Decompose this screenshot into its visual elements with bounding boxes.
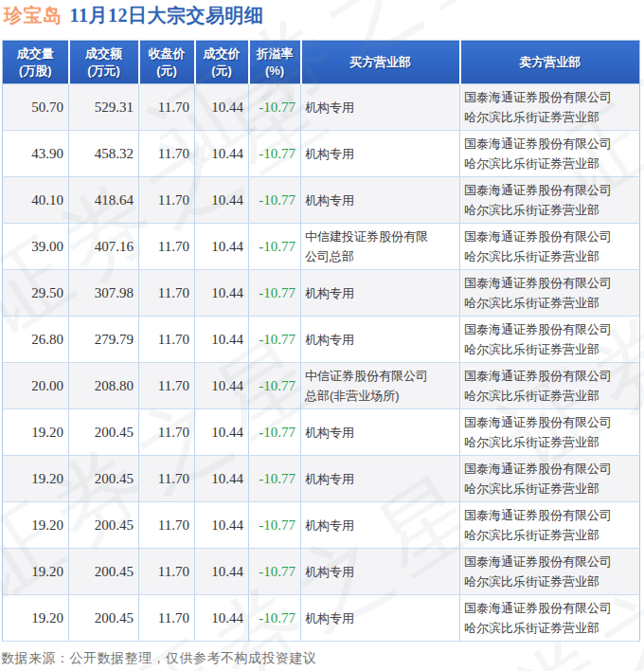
cell-volume: 19.20 [3, 502, 69, 549]
table-row: 43.90458.3211.7010.44-10.77机构专用国泰海通证券股份有… [3, 131, 640, 177]
cell-premium: -10.77 [249, 595, 301, 642]
cell-close: 11.70 [139, 595, 195, 642]
cell-price: 10.44 [195, 84, 249, 131]
cell-premium: -10.77 [249, 456, 301, 502]
cell-amount: 200.45 [69, 595, 139, 642]
cell-close: 11.70 [139, 84, 195, 131]
cell-premium: -10.77 [249, 363, 301, 409]
cell-price: 10.44 [195, 409, 249, 456]
cell-amount: 307.98 [69, 270, 139, 317]
header-cell-volume: 成交量 (万股) [3, 41, 69, 84]
table-row: 39.00407.1611.7010.44-10.77中信建投证券股份有限 公司… [3, 224, 640, 270]
cell-close: 11.70 [139, 270, 195, 317]
table-row: 40.10418.6411.7010.44-10.77机构专用国泰海通证券股份有… [3, 177, 640, 224]
cell-buyer: 机构专用 [301, 502, 460, 549]
cell-amount: 200.45 [69, 549, 139, 595]
cell-close: 11.70 [139, 177, 195, 224]
header-cell-buyer: 买方营业部 [301, 41, 460, 84]
cell-volume: 19.20 [3, 595, 69, 642]
table-row: 19.20200.4511.7010.44-10.77机构专用国泰海通证券股份有… [3, 595, 640, 642]
cell-seller: 国泰海通证券股份有限公司 哈尔滨比乐街证券营业部 [460, 131, 640, 177]
cell-premium: -10.77 [249, 502, 301, 549]
cell-buyer: 机构专用 [301, 409, 460, 456]
cell-premium: -10.77 [249, 224, 301, 270]
table-row: 19.20200.4511.7010.44-10.77机构专用国泰海通证券股份有… [3, 502, 640, 549]
cell-volume: 19.20 [3, 409, 69, 456]
cell-seller: 国泰海通证券股份有限公司 哈尔滨比乐街证券营业部 [460, 317, 640, 363]
cell-seller: 国泰海通证券股份有限公司 哈尔滨比乐街证券营业部 [460, 224, 640, 270]
cell-close: 11.70 [139, 409, 195, 456]
cell-price: 10.44 [195, 456, 249, 502]
cell-volume: 19.20 [3, 549, 69, 595]
cell-amount: 200.45 [69, 409, 139, 456]
cell-close: 11.70 [139, 224, 195, 270]
cell-seller: 国泰海通证券股份有限公司 哈尔滨比乐街证券营业部 [460, 84, 640, 131]
cell-close: 11.70 [139, 317, 195, 363]
cell-amount: 208.80 [69, 363, 139, 409]
cell-amount: 407.16 [69, 224, 139, 270]
header-cell-close: 收盘价 (元) [139, 41, 195, 84]
table-row: 50.70529.3111.7010.44-10.77机构专用国泰海通证券股份有… [3, 84, 640, 131]
cell-premium: -10.77 [249, 84, 301, 131]
header-cell-premium: 折溢率 (%) [249, 41, 301, 84]
cell-amount: 200.45 [69, 456, 139, 502]
block-trade-table: 成交量 (万股)成交额 (万元)收盘价 (元)成交价 (元)折溢率 (%)买方营… [2, 40, 640, 642]
cell-premium: -10.77 [249, 131, 301, 177]
cell-price: 10.44 [195, 317, 249, 363]
cell-buyer: 机构专用 [301, 595, 460, 642]
cell-seller: 国泰海通证券股份有限公司 哈尔滨比乐街证券营业部 [460, 177, 640, 224]
cell-amount: 279.79 [69, 317, 139, 363]
table-header-row: 成交量 (万股)成交额 (万元)收盘价 (元)成交价 (元)折溢率 (%)买方营… [3, 41, 640, 84]
cell-amount: 200.45 [69, 502, 139, 549]
header-cell-price: 成交价 (元) [195, 41, 249, 84]
report-title-text: 11月12日大宗交易明细 [70, 5, 264, 26]
cell-price: 10.44 [195, 363, 249, 409]
cell-seller: 国泰海通证券股份有限公司 哈尔滨比乐街证券营业部 [460, 456, 640, 502]
cell-buyer: 机构专用 [301, 270, 460, 317]
cell-close: 11.70 [139, 131, 195, 177]
cell-close: 11.70 [139, 549, 195, 595]
cell-buyer: 机构专用 [301, 456, 460, 502]
cell-seller: 国泰海通证券股份有限公司 哈尔滨比乐街证券营业部 [460, 549, 640, 595]
data-source-note: 数据来源：公开数据整理，仅供参考不构成投资建议 [1, 650, 317, 667]
table-row: 19.20200.4511.7010.44-10.77机构专用国泰海通证券股份有… [3, 549, 640, 595]
cell-volume: 40.10 [3, 177, 69, 224]
cell-premium: -10.77 [249, 270, 301, 317]
cell-close: 11.70 [139, 363, 195, 409]
cell-buyer: 机构专用 [301, 84, 460, 131]
table-row: 19.20200.4511.7010.44-10.77机构专用国泰海通证券股份有… [3, 409, 640, 456]
cell-premium: -10.77 [249, 409, 301, 456]
cell-volume: 50.70 [3, 84, 69, 131]
cell-volume: 20.00 [3, 363, 69, 409]
header-cell-seller: 卖方营业部 [460, 41, 640, 84]
cell-price: 10.44 [195, 502, 249, 549]
cell-volume: 26.80 [3, 317, 69, 363]
cell-amount: 458.32 [69, 131, 139, 177]
cell-price: 10.44 [195, 270, 249, 317]
cell-seller: 国泰海通证券股份有限公司 哈尔滨比乐街证券营业部 [460, 270, 640, 317]
cell-buyer: 机构专用 [301, 177, 460, 224]
cell-seller: 国泰海通证券股份有限公司 哈尔滨比乐街证券营业部 [460, 363, 640, 409]
cell-amount: 529.31 [69, 84, 139, 131]
cell-buyer: 机构专用 [301, 317, 460, 363]
cell-premium: -10.77 [249, 177, 301, 224]
cell-price: 10.44 [195, 595, 249, 642]
cell-price: 10.44 [195, 177, 249, 224]
cell-volume: 29.50 [3, 270, 69, 317]
cell-price: 10.44 [195, 131, 249, 177]
table-row: 19.20200.4511.7010.44-10.77机构专用国泰海通证券股份有… [3, 456, 640, 502]
cell-premium: -10.77 [249, 549, 301, 595]
cell-close: 11.70 [139, 456, 195, 502]
cell-price: 10.44 [195, 549, 249, 595]
cell-seller: 国泰海通证券股份有限公司 哈尔滨比乐街证券营业部 [460, 409, 640, 456]
cell-buyer: 机构专用 [301, 131, 460, 177]
header-cell-amount: 成交额 (万元) [69, 41, 139, 84]
page-title: 珍宝岛11月12日大宗交易明细 [4, 3, 263, 28]
cell-volume: 19.20 [3, 456, 69, 502]
cell-seller: 国泰海通证券股份有限公司 哈尔滨比乐街证券营业部 [460, 502, 640, 549]
cell-premium: -10.77 [249, 317, 301, 363]
cell-amount: 418.64 [69, 177, 139, 224]
cell-buyer: 中信证券股份有限公司 总部(非营业场所) [301, 363, 460, 409]
table-row: 20.00208.8011.7010.44-10.77中信证券股份有限公司 总部… [3, 363, 640, 409]
table-row: 26.80279.7911.7010.44-10.77机构专用国泰海通证券股份有… [3, 317, 640, 363]
